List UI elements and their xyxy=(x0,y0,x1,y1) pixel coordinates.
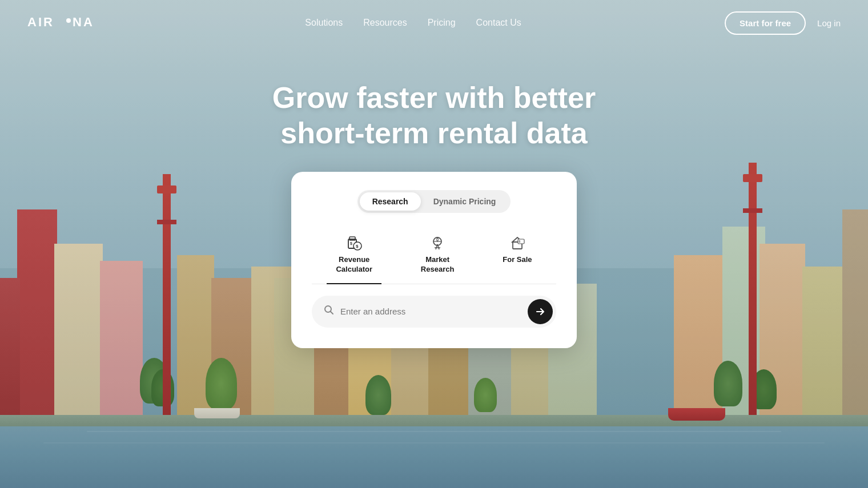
nav-solutions[interactable]: Solutions xyxy=(305,18,343,28)
search-submit-button[interactable] xyxy=(528,299,553,324)
nav-contact[interactable]: Contact Us xyxy=(476,18,521,28)
sub-tabs: $ $ Revenue Calculator xyxy=(312,229,556,284)
subtab-market-label: Market Research xyxy=(421,255,455,275)
hero-section: Grow faster with better short-term renta… xyxy=(0,46,868,488)
svg-rect-4 xyxy=(349,237,355,240)
subtab-revenue-label: Revenue Calculator xyxy=(336,255,372,275)
hero-title-line2: short-term rental data xyxy=(280,116,587,150)
svg-line-15 xyxy=(331,312,333,314)
market-icon-svg xyxy=(429,235,445,251)
market-icon xyxy=(428,233,447,252)
svg-text:$: $ xyxy=(356,244,359,249)
arrow-right-icon xyxy=(535,306,545,317)
login-button[interactable]: Log in xyxy=(817,18,841,28)
logo[interactable]: AIR NA xyxy=(27,13,102,33)
subtab-market[interactable]: Market Research xyxy=(412,229,464,284)
subtab-forsale[interactable]: $ For Sale xyxy=(493,229,541,284)
svg-text:$: $ xyxy=(350,241,352,246)
subtab-revenue[interactable]: $ $ Revenue Calculator xyxy=(327,229,381,284)
forsale-icon: $ xyxy=(508,233,527,252)
tab-research-button[interactable]: Research xyxy=(360,192,421,211)
nav-resources[interactable]: Resources xyxy=(363,18,407,28)
tab-dynamic-button[interactable]: Dynamic Pricing xyxy=(421,192,509,211)
svg-point-1 xyxy=(66,18,71,23)
navbar: AIR NA Solutions Resources Pricing Conta… xyxy=(0,0,868,46)
nav-links: Solutions Resources Pricing Contact Us xyxy=(305,18,521,28)
search-icon xyxy=(323,304,335,318)
nav-actions: Start for free Log in xyxy=(725,11,841,35)
hero-title-line1: Grow faster with better xyxy=(272,81,596,114)
search-row xyxy=(312,296,556,328)
revenue-icon-svg: $ $ xyxy=(346,235,362,251)
logo-text: AIR NA xyxy=(27,13,102,33)
hero-title: Grow faster with better short-term renta… xyxy=(272,80,596,151)
subtab-forsale-label: For Sale xyxy=(503,255,532,265)
revenue-icon: $ $ xyxy=(345,233,363,252)
search-card: Research Dynamic Pricing $ $ xyxy=(291,172,577,348)
tab-toggle: Research Dynamic Pricing xyxy=(357,190,511,213)
page-wrapper: AIR NA Solutions Resources Pricing Conta… xyxy=(0,0,868,488)
svg-text:NA: NA xyxy=(73,15,94,29)
start-for-free-button[interactable]: Start for free xyxy=(725,11,806,35)
nav-pricing[interactable]: Pricing xyxy=(428,18,456,28)
forsale-icon-svg: $ xyxy=(509,235,525,251)
svg-text:AIR: AIR xyxy=(27,15,54,29)
address-search-input[interactable] xyxy=(340,306,522,316)
logo-svg: AIR NA xyxy=(27,13,102,30)
svg-text:$: $ xyxy=(519,240,520,243)
